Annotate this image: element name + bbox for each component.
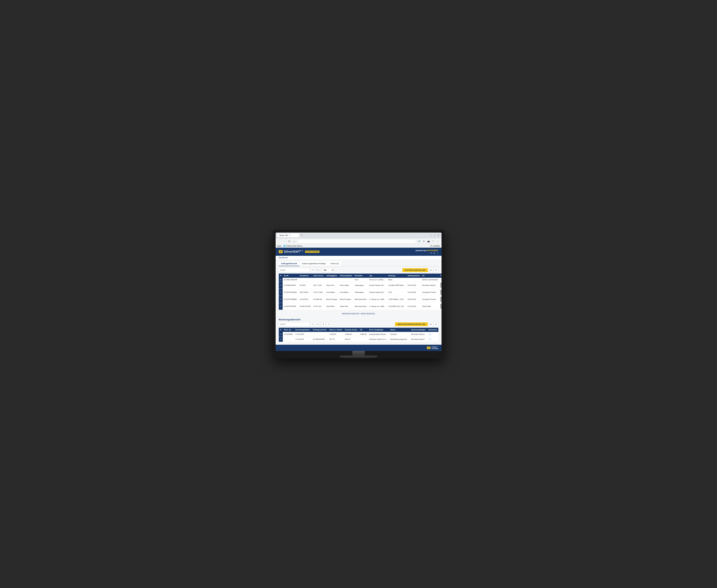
row-edit-icon: ✏ — [280, 291, 281, 293]
cell-typ: S -Klasse Lim. (BM ... — [368, 296, 387, 303]
cell-status: Bearbeitung abgeschl... — [389, 337, 410, 342]
rechnung-table-row[interactable]: ✏ 17.02.2022 22-02BJ/029HP 507,70 604,16… — [279, 337, 438, 342]
address-bar[interactable] — [297, 239, 416, 244]
auftrag-more-button[interactable]: ••• — [429, 268, 433, 272]
auftrag-table-row[interactable]: ✏ 22-03ST/037BA 33-AB 55 DDF ST-ST 321 D… — [279, 303, 441, 310]
tab-inbox[interactable]: In-Box (S) — [328, 261, 341, 266]
pdf-icon[interactable]: 📄 — [429, 333, 432, 336]
app-container: SD SilverDAT® 3 EXPERT PARTNER powered b… — [276, 248, 441, 351]
cell-schaden-nr: 33-A22234 — [299, 296, 312, 303]
close-window-button[interactable]: ✕ — [437, 234, 440, 236]
auftrag-table-row[interactable]: ✏ 22-03DL/046AHP - - - - Ford Focus Lim.… — [279, 278, 441, 282]
reading-list[interactable]: ☰ Leseliste — [430, 245, 440, 247]
privacy-link[interactable]: 🌐 Datenschutz-Mana... — [283, 245, 304, 247]
menu-icon[interactable]: ⋮ — [436, 239, 440, 243]
col-foto: Foto — [439, 274, 441, 278]
auftrag-search-button[interactable]: 🔍 — [316, 268, 321, 272]
auftrag-expand-button[interactable]: ▼ — [434, 268, 438, 272]
col-empfaenger: Rech.-Empfänger — [368, 328, 389, 332]
cell-rech-datum: 17.02.2022 — [294, 337, 311, 342]
monitor-stand — [276, 351, 441, 358]
new-tab-button[interactable]: + — [300, 234, 304, 237]
cell-fahrzeughalter: Bernd Propper — [339, 296, 353, 303]
camera-icon[interactable]: 📷 — [427, 239, 431, 243]
rechnung-reset-button[interactable]: ↻ — [311, 322, 315, 327]
bookmark-icon[interactable]: ★ — [422, 239, 426, 243]
cell-rech-nr: 22-02/0060 — [283, 332, 294, 337]
pdf-icon[interactable]: 📄 — [429, 338, 432, 341]
browser-tab[interactable]: Neuer Tab ✕ — [277, 233, 299, 237]
cell-amtl-kennz: ST-ST 321 — [312, 303, 325, 310]
cell-auftragsdatum: - — [406, 278, 421, 282]
back-button[interactable]: ← — [277, 239, 281, 243]
browser-controls: ← → ⟳ ⌂ 🔗 ★ 📷 ▿ ⋮ — [276, 238, 441, 245]
show-more-row: WENIGER ANZEIGEN / MEHR ANZEIGEN — [279, 311, 438, 316]
home-button[interactable]: ⌂ — [292, 239, 296, 243]
cell-hersteller: Mercedes-Benz — [353, 296, 368, 303]
window-controls: ─ □ ✕ — [430, 234, 440, 236]
cell-fahrzeughalter: David Pille — [339, 303, 353, 310]
cell-untertyp: GTE — [387, 289, 406, 296]
rechnung-more-button[interactable]: ••• — [429, 322, 433, 327]
share-icon[interactable]: 🔗 — [417, 239, 421, 243]
refresh-button[interactable]: ⟳ — [287, 239, 291, 243]
col-schaden-nr: Schadennr. — [299, 274, 312, 278]
col-auftrags-nr: Auftragsnummer — [311, 328, 328, 332]
cell-au-nr: 22-03CP/039BW — [283, 296, 299, 303]
cell-schaden-nr: 555-TS434 — [299, 289, 312, 296]
auftrag-table-row[interactable]: ✏ 22-03CP/039BW 33-A22234 ES MB 434 Bern… — [279, 296, 441, 303]
create-rechnung-button[interactable]: NEUE RECHNUNG ERSTELLEN — [395, 322, 428, 326]
apps-link[interactable]: Apps — [277, 245, 281, 247]
rechnung-edit-button[interactable]: ✎ — [327, 322, 331, 327]
header-icons: ✉ ⚙ — — [415, 252, 438, 254]
cell-auftraggeber: Harry Test — [325, 282, 339, 289]
breadcrumb-text: Dashboard — [279, 256, 288, 259]
rechnung-search-button[interactable]: 🔍 — [316, 322, 321, 327]
cell-au-nr: 22-03ST/037BA — [283, 303, 299, 310]
cell-sv: Bernhard Jantsch — [410, 337, 427, 342]
cell-auftragsdatum: 01.03.2022 — [406, 303, 421, 310]
forward-button[interactable]: → — [282, 239, 286, 243]
create-auftrag-button[interactable]: AUFTRAG ERSTELLEN — [403, 268, 428, 272]
tab-auftragsübersicht[interactable]: Auftragsübersicht — [279, 261, 300, 266]
cell-auftragsdatum: 10.03.2022 — [406, 289, 421, 296]
cell-auftragsdatum: 04.03.2022 — [406, 296, 421, 303]
tab-close-button[interactable]: ✕ — [289, 234, 290, 236]
logout-icon[interactable]: — — [436, 252, 438, 254]
cell-op: 2.886,90 — [359, 332, 368, 337]
rechnung-edit-col-header: ✏ — [279, 328, 283, 332]
edit-icon: ✏ — [280, 275, 281, 276]
cell-dokument: 📄 — [427, 337, 438, 342]
minimize-button[interactable]: ─ — [430, 234, 433, 236]
col-au-nr: Au-Nr — [283, 274, 299, 278]
auftrag-table-row[interactable]: ✏ 22-03CP/042BW 555-TS434 TE-ST 2345 Fre… — [279, 289, 441, 296]
app-logo: SD SilverDAT® 3 EXPERT PARTNER — [279, 250, 320, 253]
show-less-link[interactable]: WENIGER ANZEIGEN — [342, 313, 360, 315]
cell-auftraggeber: Bernd Propper — [325, 296, 339, 303]
auftrag-search-input[interactable] — [279, 268, 310, 272]
maximize-button[interactable]: □ — [434, 234, 436, 236]
auftrag-filter-select[interactable]: Alle — [322, 268, 334, 272]
rechnung-search-input[interactable] — [279, 322, 310, 327]
tab-zuletzt-angesehen[interactable]: Zuletzt angesehene Aufträge — [300, 261, 328, 266]
rechnung-table-row[interactable]: ✏ 22-02/0060 17.02.2022 2.459,50 2.886,9… — [279, 332, 438, 337]
cell-sv: Christoph Protzek — [421, 289, 439, 296]
toolbar-icons: 🔗 ★ 📷 ▿ ⋮ — [417, 239, 440, 243]
cell-brutto: 2.886,90 — [344, 332, 358, 337]
row-edit-icon: ✏ — [280, 279, 281, 280]
cell-foto: - — [439, 278, 441, 282]
rechnung-expand-button[interactable]: ▼ — [434, 322, 438, 327]
cell-au-nr: 22-03CP/042BW — [283, 289, 299, 296]
auftrag-reset-button[interactable]: ↻ — [311, 268, 315, 272]
auftrag-table-row[interactable]: ✏ 22-03BJ/045HP 55-AA3 DA-T 1234 Harry T… — [279, 282, 441, 289]
cell-amtl-kennz: - — [312, 278, 325, 282]
row-edit-icon: ✏ — [280, 284, 281, 286]
mail-icon[interactable]: ✉ — [430, 252, 432, 254]
settings-icon[interactable]: ⚙ — [433, 252, 435, 254]
show-more-link[interactable]: MEHR ANZEIGEN — [361, 313, 375, 315]
extensions-icon[interactable]: ▿ — [431, 239, 435, 243]
col-netto: Netto m. Rabatt — [328, 328, 344, 332]
cell-hersteller: Volkswagen — [353, 282, 368, 289]
rechnung-filter-button[interactable]: ▼ — [322, 322, 326, 327]
col-untertyp: Untertyp — [387, 274, 406, 278]
